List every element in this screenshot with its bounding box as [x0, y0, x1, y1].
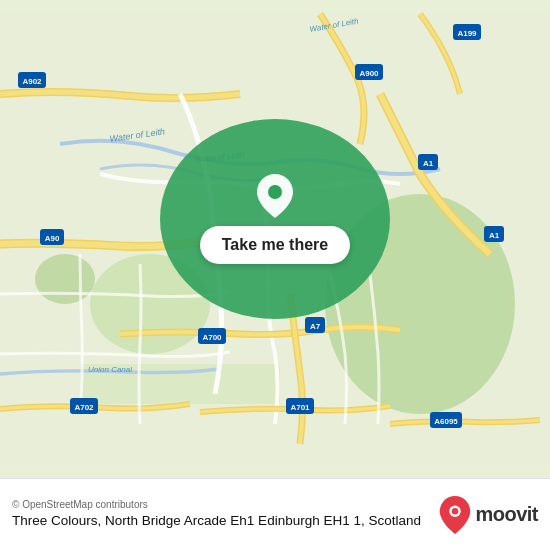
bottom-bar: © OpenStreetMap contributors Three Colou…: [0, 478, 550, 550]
svg-text:A6095: A6095: [434, 417, 458, 426]
svg-point-3: [35, 254, 95, 304]
map-container: Water of Leith Water of Leith Water of L…: [0, 0, 550, 478]
bottom-left: © OpenStreetMap contributors Three Colou…: [12, 499, 423, 531]
svg-point-33: [452, 507, 459, 514]
location-pin-icon: [257, 174, 293, 218]
svg-text:A900: A900: [359, 69, 379, 78]
attribution-text: © OpenStreetMap contributors: [12, 499, 423, 510]
svg-text:A902: A902: [22, 77, 42, 86]
take-me-there-button[interactable]: Take me there: [200, 226, 350, 264]
svg-text:A90: A90: [45, 234, 60, 243]
app: Water of Leith Water of Leith Water of L…: [0, 0, 550, 550]
svg-text:A199: A199: [457, 29, 477, 38]
svg-text:A7: A7: [310, 322, 321, 331]
svg-text:A700: A700: [202, 333, 222, 342]
moovit-brand-text: moovit: [475, 503, 538, 526]
moovit-pin-icon: [439, 496, 471, 534]
location-name: Three Colours, North Bridge Arcade Eh1 E…: [12, 512, 423, 531]
svg-point-31: [268, 185, 282, 199]
svg-text:A701: A701: [290, 403, 310, 412]
moovit-logo: moovit: [439, 496, 538, 534]
svg-text:A1: A1: [489, 231, 500, 240]
svg-text:Union Canal: Union Canal: [88, 365, 132, 374]
location-overlay: Take me there: [160, 119, 390, 319]
svg-text:A702: A702: [74, 403, 94, 412]
svg-text:A1: A1: [423, 159, 434, 168]
